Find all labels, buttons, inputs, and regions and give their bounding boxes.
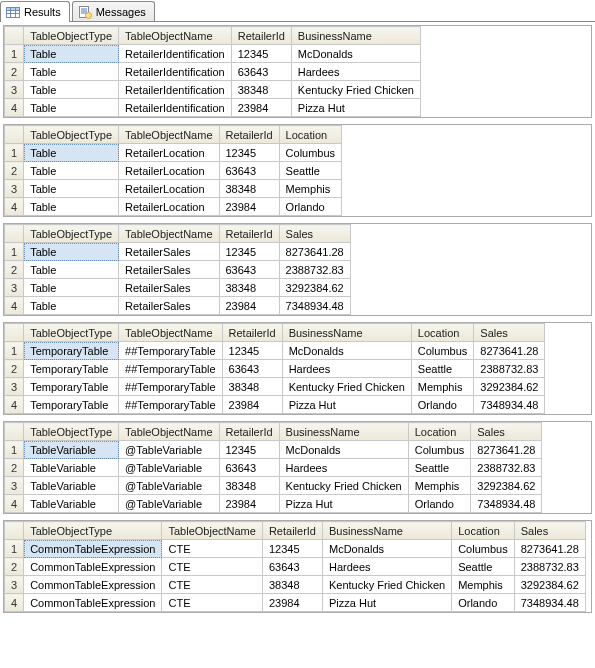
- data-grid[interactable]: TableObjectTypeTableObjectNameRetailerId…: [4, 422, 542, 513]
- cell[interactable]: 8273641.28: [279, 243, 350, 261]
- cell[interactable]: 12345: [219, 243, 279, 261]
- column-header[interactable]: Location: [411, 324, 474, 342]
- row-number[interactable]: 2: [5, 360, 24, 378]
- cell[interactable]: Columbus: [411, 342, 474, 360]
- row-number[interactable]: 4: [5, 495, 24, 513]
- cell[interactable]: McDonalds: [291, 45, 420, 63]
- tab-results[interactable]: Results: [0, 1, 70, 22]
- cell[interactable]: RetailerSales: [119, 261, 219, 279]
- cell[interactable]: Kentucky Fried Chicken: [322, 576, 451, 594]
- cell[interactable]: Columbus: [279, 144, 342, 162]
- data-grid[interactable]: TableObjectTypeTableObjectNameRetailerId…: [4, 26, 421, 117]
- column-header[interactable]: RetailerId: [262, 522, 322, 540]
- cell[interactable]: McDonalds: [279, 441, 408, 459]
- cell[interactable]: Seattle: [411, 360, 474, 378]
- table-row[interactable]: 3TableRetailerSales383483292384.62: [5, 279, 351, 297]
- table-row[interactable]: 2TableVariable@TableVariable63643Hardees…: [5, 459, 542, 477]
- cell[interactable]: Hardees: [322, 558, 451, 576]
- column-header[interactable]: Location: [279, 126, 342, 144]
- cell[interactable]: Table: [24, 180, 119, 198]
- cell[interactable]: 8273641.28: [471, 441, 542, 459]
- cell[interactable]: Memphis: [452, 576, 515, 594]
- data-grid[interactable]: TableObjectTypeTableObjectNameRetailerId…: [4, 521, 586, 612]
- cell[interactable]: Table: [24, 162, 119, 180]
- row-number[interactable]: 3: [5, 477, 24, 495]
- cell[interactable]: 63643: [262, 558, 322, 576]
- cell[interactable]: 23984: [262, 594, 322, 612]
- table-row[interactable]: 2CommonTableExpressionCTE63643HardeesSea…: [5, 558, 586, 576]
- row-number[interactable]: 1: [5, 144, 24, 162]
- cell[interactable]: 23984: [219, 495, 279, 513]
- cell[interactable]: Hardees: [279, 459, 408, 477]
- cell[interactable]: Columbus: [452, 540, 515, 558]
- cell[interactable]: TableVariable: [24, 477, 119, 495]
- corner-cell[interactable]: [5, 423, 24, 441]
- corner-cell[interactable]: [5, 324, 24, 342]
- table-row[interactable]: 1TableRetailerIdentification12345McDonal…: [5, 45, 421, 63]
- cell[interactable]: CTE: [162, 576, 262, 594]
- cell[interactable]: Memphis: [279, 180, 342, 198]
- table-row[interactable]: 1TemporaryTable##TemporaryTable12345McDo…: [5, 342, 545, 360]
- cell[interactable]: 38348: [219, 180, 279, 198]
- table-row[interactable]: 1CommonTableExpressionCTE12345McDonaldsC…: [5, 540, 586, 558]
- row-number[interactable]: 4: [5, 594, 24, 612]
- row-number[interactable]: 2: [5, 261, 24, 279]
- row-number[interactable]: 3: [5, 378, 24, 396]
- column-header[interactable]: RetailerId: [231, 27, 291, 45]
- row-number[interactable]: 2: [5, 558, 24, 576]
- column-header[interactable]: TableObjectType: [24, 225, 119, 243]
- table-row[interactable]: 2TableRetailerLocation63643Seattle: [5, 162, 342, 180]
- cell[interactable]: CommonTableExpression: [24, 540, 162, 558]
- cell[interactable]: 12345: [219, 144, 279, 162]
- column-header[interactable]: Sales: [471, 423, 542, 441]
- cell[interactable]: 7348934.48: [514, 594, 585, 612]
- cell[interactable]: ##TemporaryTable: [119, 378, 223, 396]
- cell[interactable]: RetailerLocation: [119, 198, 219, 216]
- column-header[interactable]: TableObjectName: [119, 324, 223, 342]
- column-header[interactable]: Sales: [514, 522, 585, 540]
- row-number[interactable]: 1: [5, 441, 24, 459]
- cell[interactable]: Hardees: [291, 63, 420, 81]
- cell[interactable]: RetailerIdentification: [119, 99, 232, 117]
- cell[interactable]: Kentucky Fried Chicken: [291, 81, 420, 99]
- table-row[interactable]: 4TableVariable@TableVariable23984Pizza H…: [5, 495, 542, 513]
- cell[interactable]: Kentucky Fried Chicken: [282, 378, 411, 396]
- cell[interactable]: RetailerLocation: [119, 144, 219, 162]
- cell[interactable]: 38348: [231, 81, 291, 99]
- row-number[interactable]: 1: [5, 540, 24, 558]
- table-row[interactable]: 4TableRetailerSales239847348934.48: [5, 297, 351, 315]
- cell[interactable]: 12345: [231, 45, 291, 63]
- cell[interactable]: 3292384.62: [474, 378, 545, 396]
- cell[interactable]: Seattle: [408, 459, 471, 477]
- row-number[interactable]: 4: [5, 198, 24, 216]
- column-header[interactable]: BusinessName: [279, 423, 408, 441]
- cell[interactable]: CommonTableExpression: [24, 558, 162, 576]
- cell[interactable]: Kentucky Fried Chicken: [279, 477, 408, 495]
- table-row[interactable]: 1TableRetailerLocation12345Columbus: [5, 144, 342, 162]
- cell[interactable]: 7348934.48: [471, 495, 542, 513]
- cell[interactable]: ##TemporaryTable: [119, 396, 223, 414]
- table-row[interactable]: 4TableRetailerLocation23984Orlando: [5, 198, 342, 216]
- cell[interactable]: 23984: [231, 99, 291, 117]
- cell[interactable]: Seattle: [452, 558, 515, 576]
- row-number[interactable]: 3: [5, 81, 24, 99]
- column-header[interactable]: RetailerId: [222, 324, 282, 342]
- cell[interactable]: 7348934.48: [279, 297, 350, 315]
- cell[interactable]: 63643: [219, 459, 279, 477]
- cell[interactable]: Orlando: [408, 495, 471, 513]
- cell[interactable]: Orlando: [411, 396, 474, 414]
- cell[interactable]: RetailerIdentification: [119, 81, 232, 99]
- column-header[interactable]: Location: [408, 423, 471, 441]
- cell[interactable]: McDonalds: [322, 540, 451, 558]
- cell[interactable]: Memphis: [408, 477, 471, 495]
- column-header[interactable]: BusinessName: [291, 27, 420, 45]
- row-number[interactable]: 4: [5, 99, 24, 117]
- row-number[interactable]: 3: [5, 279, 24, 297]
- cell[interactable]: 38348: [219, 477, 279, 495]
- cell[interactable]: RetailerIdentification: [119, 63, 232, 81]
- cell[interactable]: Orlando: [279, 198, 342, 216]
- column-header[interactable]: Sales: [279, 225, 350, 243]
- cell[interactable]: 63643: [222, 360, 282, 378]
- column-header[interactable]: TableObjectName: [119, 225, 219, 243]
- cell[interactable]: TemporaryTable: [24, 342, 119, 360]
